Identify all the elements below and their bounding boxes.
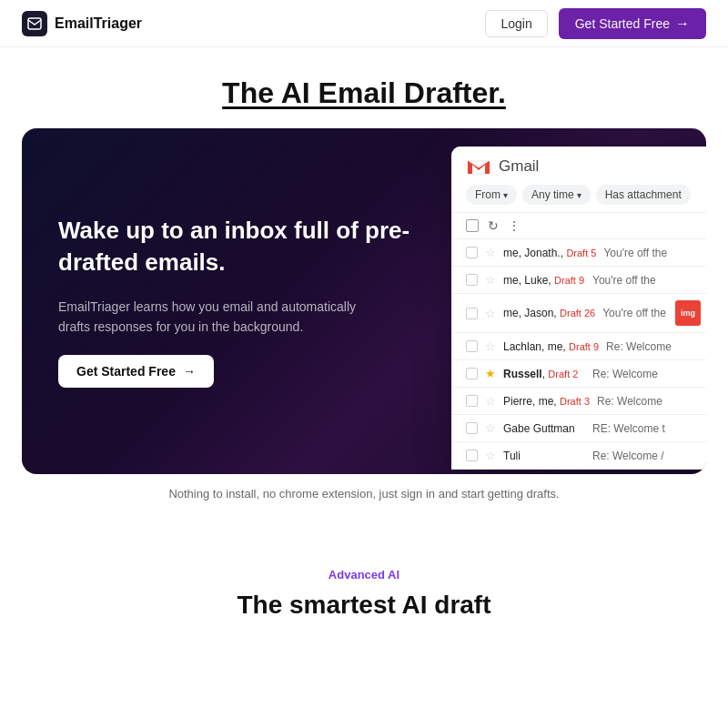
refresh-icon[interactable]: ↻: [488, 218, 499, 233]
row-checkbox[interactable]: [466, 340, 478, 352]
row-checkbox[interactable]: [466, 395, 478, 407]
sender-name: me, Jonath., Draft 5: [503, 247, 596, 259]
table-row[interactable]: ☆ me, Jason, Draft 26 You're off the img: [451, 294, 706, 333]
hero-left-content: Wake up to an inbox full of pre-drafted …: [22, 128, 451, 474]
sender-name: me, Luke, Draft 9: [503, 274, 585, 287]
filter-from[interactable]: From ▾: [466, 185, 517, 205]
page-title: The AI Email Drafter.: [22, 76, 706, 110]
table-row[interactable]: ☆ Pierre, me, Draft 3 Re: Welcome: [451, 388, 706, 415]
sender-name: Pierre, me, Draft 3: [503, 395, 590, 408]
star-icon[interactable]: ☆: [485, 394, 496, 408]
table-row[interactable]: ★ Russell, Draft 2 Re: Welcome: [451, 360, 706, 388]
more-options-icon[interactable]: ⋮: [508, 218, 521, 233]
table-row[interactable]: ☆ me, Jonath., Draft 5 You're off the: [451, 239, 706, 267]
logo-icon: [22, 11, 47, 36]
svg-rect-0: [28, 18, 41, 29]
hero-subheadline: EmailTriager learns how you email and au…: [58, 297, 368, 338]
gmail-logo-icon: [466, 157, 491, 176]
hero-card: Wake up to an inbox full of pre-drafted …: [22, 128, 706, 474]
caret-icon: ▾: [577, 190, 581, 200]
select-all-checkbox[interactable]: [466, 219, 479, 232]
row-checkbox[interactable]: [466, 247, 478, 258]
attachment-preview: img: [675, 300, 701, 326]
gmail-label: Gmail: [499, 157, 539, 176]
sender-name: Tuli: [503, 450, 585, 462]
sender-name: Gabe Guttman: [503, 422, 585, 435]
features-label: Advanced AI: [22, 568, 706, 581]
table-row[interactable]: ☆ Lachlan, me, Draft 9 Re: Welcome: [451, 333, 706, 360]
email-list: ☆ me, Jonath., Draft 5 You're off the ☆ …: [451, 239, 706, 470]
arrow-icon: →: [675, 15, 690, 32]
navbar: EmailTriager Login Get Started Free →: [0, 0, 728, 47]
star-icon[interactable]: ★: [485, 367, 496, 380]
hero-right-content: Gmail From ▾ Any time ▾ Has attachment: [451, 128, 706, 474]
email-snippet: You're off the: [602, 307, 668, 319]
login-button[interactable]: Login: [485, 10, 547, 37]
email-snippet: You're off the: [603, 247, 701, 259]
sender-name: me, Jason, Draft 26: [503, 307, 595, 319]
row-checkbox[interactable]: [466, 368, 478, 379]
email-snippet: Re: Welcome /: [592, 450, 701, 462]
gmail-header: Gmail From ▾ Any time ▾ Has attachment: [451, 147, 706, 213]
features-title: The smartest AI draft: [22, 589, 706, 622]
row-checkbox[interactable]: [466, 308, 478, 319]
hero-heading-section: The AI Email Drafter.: [0, 47, 728, 128]
row-checkbox[interactable]: [466, 274, 478, 286]
row-checkbox[interactable]: [466, 422, 478, 434]
star-icon[interactable]: ☆: [485, 449, 496, 462]
cta-arrow-icon: →: [183, 364, 196, 379]
hero-cta-button[interactable]: Get Started Free →: [58, 355, 214, 388]
star-icon[interactable]: ☆: [485, 246, 496, 259]
table-row[interactable]: ☆ Gabe Guttman RE: Welcome t: [451, 415, 706, 442]
table-row[interactable]: ☆ me, Luke, Draft 9 You're off the: [451, 267, 706, 294]
logo-text: EmailTriager: [55, 15, 142, 32]
sender-name: Russell, Draft 2: [503, 368, 585, 380]
filter-attachment[interactable]: Has attachment: [596, 185, 691, 205]
email-snippet: Re: Welcome: [606, 340, 701, 353]
email-snippet: Re: Welcome: [592, 368, 701, 380]
row-checkbox[interactable]: [466, 450, 478, 461]
email-snippet: RE: Welcome t: [592, 422, 701, 435]
hero-headline: Wake up to an inbox full of pre-drafted …: [58, 215, 415, 278]
star-icon[interactable]: ☆: [485, 421, 496, 435]
gmail-filters: From ▾ Any time ▾ Has attachment: [466, 185, 701, 205]
gmail-title: Gmail: [466, 157, 701, 176]
star-icon[interactable]: ☆: [485, 339, 496, 353]
features-section: Advanced AI The smartest AI draft: [0, 513, 728, 640]
table-row[interactable]: ☆ Tuli Re: Welcome /: [451, 442, 706, 470]
nav-get-started-button[interactable]: Get Started Free →: [559, 8, 706, 39]
email-snippet: Re: Welcome: [597, 395, 701, 408]
caret-icon: ▾: [503, 190, 508, 200]
star-icon[interactable]: ☆: [485, 307, 496, 320]
sender-name: Lachlan, me, Draft 9: [503, 340, 599, 353]
gmail-toolbar: ↻ ⋮: [451, 213, 706, 239]
logo: EmailTriager: [22, 11, 142, 36]
nav-actions: Login Get Started Free →: [485, 8, 706, 39]
gmail-mockup: Gmail From ▾ Any time ▾ Has attachment: [451, 147, 706, 470]
email-snippet: You're off the: [592, 274, 701, 287]
filter-anytime[interactable]: Any time ▾: [522, 185, 591, 205]
hero-subtext: Nothing to install, no chrome extension,…: [0, 474, 728, 513]
star-icon[interactable]: ☆: [485, 273, 496, 287]
